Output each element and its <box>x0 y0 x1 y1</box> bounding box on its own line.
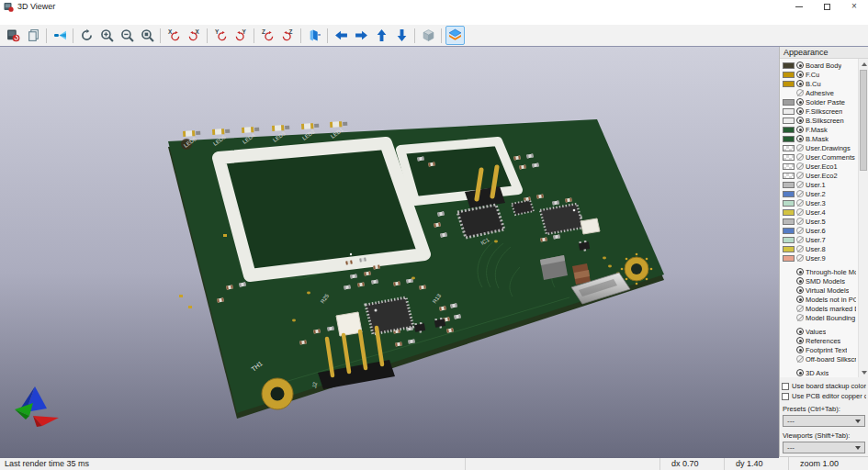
layer-row[interactable]: User.Eco1 <box>783 162 856 171</box>
layer-row[interactable]: B.Mask <box>783 134 856 143</box>
rotate-x-cw-button[interactable]: X <box>164 26 184 45</box>
viewports-dropdown[interactable]: --- <box>783 442 865 453</box>
visibility-eye-icon[interactable] <box>796 107 804 115</box>
visibility-eye-icon[interactable] <box>796 355 804 363</box>
layer-row[interactable]: B.Cu <box>783 79 856 88</box>
layer-color-swatch[interactable] <box>783 154 795 161</box>
visibility-eye-icon[interactable] <box>796 369 804 376</box>
redraw-button[interactable] <box>77 26 96 45</box>
move-up-button[interactable] <box>372 26 391 45</box>
layer-color-swatch[interactable] <box>783 81 795 87</box>
layer-color-swatch[interactable] <box>783 62 795 69</box>
visibility-eye-icon[interactable] <box>796 162 804 170</box>
reload-board-button[interactable] <box>4 26 23 45</box>
layer-color-swatch[interactable] <box>783 209 795 216</box>
layer-color-swatch[interactable] <box>783 72 795 78</box>
layer-row[interactable]: User.7 <box>783 235 856 244</box>
layer-row[interactable]: User.2 <box>783 189 856 198</box>
layer-list-scrollbar[interactable] <box>858 59 868 377</box>
layer-color-swatch[interactable] <box>783 118 795 124</box>
visibility-eye-icon[interactable] <box>796 305 804 312</box>
layer-row[interactable]: User.8 <box>783 244 856 253</box>
layer-row[interactable]: User.1 <box>783 180 856 189</box>
layer-row[interactable]: Off-board Silkscree <box>783 354 856 364</box>
layer-row[interactable]: F.Silkscreen <box>783 106 856 116</box>
visibility-eye-icon[interactable] <box>796 337 804 344</box>
layer-row[interactable]: Board Body <box>783 61 856 70</box>
visibility-eye-icon[interactable] <box>796 62 804 69</box>
scrollbar-thumb[interactable] <box>860 70 867 171</box>
layer-color-swatch[interactable] <box>783 108 795 115</box>
3d-scene[interactable]: LED6 LED5 LED4 LED3 LED2 LED1 <box>0 47 779 458</box>
presets-dropdown[interactable]: --- <box>783 415 865 427</box>
minimize-button[interactable] <box>785 0 813 13</box>
layer-color-swatch[interactable] <box>783 163 795 170</box>
layer-row[interactable]: User.4 <box>783 207 856 217</box>
visibility-eye-icon[interactable] <box>796 135 804 142</box>
layer-row[interactable]: SMD Models <box>783 276 856 285</box>
visibility-eye-icon[interactable] <box>796 71 804 78</box>
visibility-eye-icon[interactable] <box>796 328 804 335</box>
visibility-eye-icon[interactable] <box>796 296 804 303</box>
layer-row[interactable]: User.Drawings <box>783 143 856 152</box>
visibility-eye-icon[interactable] <box>796 153 804 161</box>
visibility-eye-icon[interactable] <box>796 236 804 243</box>
visibility-eye-icon[interactable] <box>796 117 804 124</box>
flip-board-button[interactable] <box>305 26 324 45</box>
visibility-eye-icon[interactable] <box>796 126 804 133</box>
layer-row[interactable]: References <box>783 336 856 345</box>
visibility-eye-icon[interactable] <box>796 227 804 234</box>
layer-color-swatch[interactable] <box>783 246 795 252</box>
rotate-y-cw-button[interactable]: Y <box>211 26 231 45</box>
visibility-eye-icon[interactable] <box>796 245 804 252</box>
visibility-eye-icon[interactable] <box>796 80 804 87</box>
layer-color-swatch[interactable] <box>783 218 795 225</box>
scroll-down-arrow-icon[interactable] <box>859 367 868 377</box>
ortho-projection-button[interactable] <box>419 26 438 45</box>
layer-row[interactable]: Model Bounding Bo <box>783 313 856 322</box>
visibility-eye-icon[interactable] <box>796 277 804 285</box>
visibility-eye-icon[interactable] <box>796 208 804 216</box>
layer-row[interactable]: B.Silkscreen <box>783 116 856 125</box>
layer-color-swatch[interactable] <box>783 127 795 133</box>
layer-color-swatch[interactable] <box>783 255 795 262</box>
zoom-in-button[interactable] <box>97 26 117 45</box>
checkbox-box[interactable] <box>782 393 789 400</box>
layer-row[interactable]: Virtual Models <box>783 285 856 295</box>
appearance-toggle-button[interactable] <box>445 26 465 45</box>
visibility-eye-icon[interactable] <box>796 98 804 106</box>
checkbox-box[interactable] <box>782 383 789 390</box>
visibility-eye-icon[interactable] <box>796 199 804 207</box>
zoom-fit-button[interactable] <box>138 26 157 45</box>
move-right-button[interactable] <box>352 26 371 45</box>
visibility-eye-icon[interactable] <box>796 268 804 275</box>
layer-row[interactable]: User.9 <box>783 253 856 263</box>
visibility-eye-icon[interactable] <box>796 314 804 321</box>
visibility-eye-icon[interactable] <box>796 144 804 151</box>
visibility-eye-icon[interactable] <box>796 286 804 294</box>
layer-color-swatch[interactable] <box>783 173 795 179</box>
visibility-eye-icon[interactable] <box>796 89 804 96</box>
checkbox-option[interactable]: Use board stackup colors <box>782 382 866 390</box>
layer-row[interactable]: Footprint Text <box>783 345 856 354</box>
scroll-up-arrow-icon[interactable] <box>859 59 868 69</box>
layer-color-swatch[interactable] <box>783 191 795 197</box>
layer-row[interactable]: Values <box>783 327 856 336</box>
layer-row[interactable]: Adhesive <box>783 88 856 97</box>
layer-row[interactable]: User.3 <box>783 198 856 207</box>
raytracing-button[interactable] <box>51 26 70 45</box>
visibility-eye-icon[interactable] <box>796 218 804 225</box>
layer-color-swatch[interactable] <box>783 200 795 207</box>
layer-row[interactable]: User.5 <box>783 217 856 226</box>
layer-row[interactable]: Through-hole Mod <box>783 267 856 276</box>
move-left-button[interactable] <box>332 26 351 45</box>
layer-row[interactable]: Models marked DN <box>783 304 856 313</box>
layer-row[interactable]: User.Comments <box>783 152 856 162</box>
visibility-eye-icon[interactable] <box>796 181 804 188</box>
layer-row[interactable]: F.Mask <box>783 125 856 134</box>
move-down-button[interactable] <box>392 26 411 45</box>
rotate-z-cw-button[interactable]: Z <box>258 26 277 45</box>
layer-color-swatch[interactable] <box>783 99 795 106</box>
layer-row[interactable]: F.Cu <box>783 70 856 79</box>
close-button[interactable]: × <box>840 0 868 13</box>
